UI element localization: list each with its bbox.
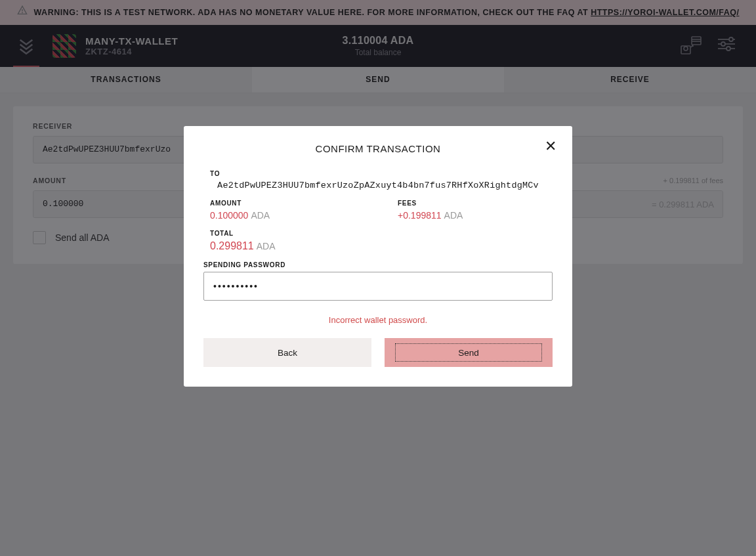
modal-amount-value: 0.100000ADA	[203, 210, 365, 221]
confirm-transaction-modal: CONFIRM TRANSACTION ✕ TO Ae2tdPwUPEZ3HUU…	[184, 126, 572, 387]
modal-fees-label: FEES	[391, 200, 553, 207]
modal-title: CONFIRM TRANSACTION	[203, 143, 553, 154]
close-icon[interactable]: ✕	[545, 139, 556, 154]
modal-amount-label: AMOUNT	[203, 200, 365, 207]
spending-password-input[interactable]	[203, 272, 553, 301]
back-button[interactable]: Back	[203, 338, 371, 367]
modal-overlay: CONFIRM TRANSACTION ✕ TO Ae2tdPwUPEZ3HUU…	[0, 0, 756, 556]
to-address: Ae2tdPwUPEZ3HUU7bmfexrUzoZpAZxuyt4b4bn7f…	[203, 181, 553, 190]
error-message: Incorrect wallet password.	[203, 315, 553, 325]
password-label: SPENDING PASSWORD	[203, 261, 553, 268]
send-button[interactable]: Send	[385, 338, 553, 367]
to-label: TO	[203, 170, 553, 177]
modal-total-label: TOTAL	[203, 230, 553, 237]
modal-total-value: 0.299811ADA	[203, 240, 553, 252]
modal-fees-value: +0.199811ADA	[391, 210, 553, 221]
